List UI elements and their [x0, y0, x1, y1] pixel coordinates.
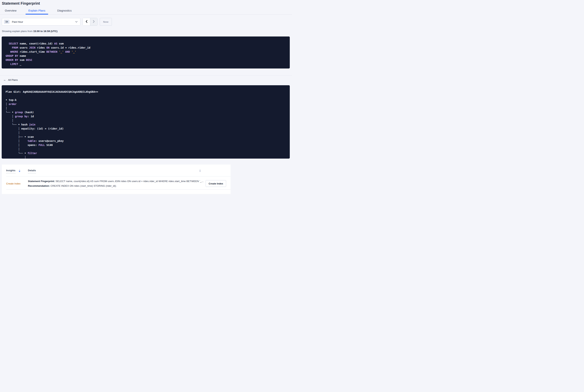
showing-range-text: Showing explain plans from 15:00 to 16:5… [2, 30, 57, 32]
action-cell: Create Index [206, 180, 231, 187]
row-divider [6, 190, 231, 190]
time-prev-button[interactable] [83, 18, 90, 26]
tab-diagnostics[interactable]: Diagnostics [54, 8, 75, 14]
sort-down-triangle [199, 171, 201, 172]
time-range-badge: 1h [4, 20, 9, 24]
sort-icon-insights[interactable] [19, 170, 20, 172]
chevron-down-icon [75, 21, 78, 23]
insights-table: Insights Details Create Index Statement … [2, 164, 231, 194]
chevron-left-icon [85, 20, 88, 24]
time-next-button[interactable] [90, 18, 97, 26]
insight-type-link[interactable]: Create Index [6, 182, 28, 185]
plan-gist-line: Plan Gist: AgHUAQIABQAAAAHYAQIAiAEAAAADC… [5, 90, 288, 94]
arrow-left-icon: ← [3, 78, 6, 82]
sort-icon-details[interactable] [199, 170, 201, 173]
all-plans-label: All Plans [8, 78, 18, 81]
insights-header-label[interactable]: Insights [6, 169, 15, 173]
insights-table-header: Insights Details [2, 164, 231, 173]
time-nav-group [83, 18, 97, 26]
tab-overview[interactable]: Overview [2, 8, 19, 14]
chevron-right-icon [92, 20, 95, 24]
time-controls: 1h Past Hour Now [2, 18, 112, 26]
sort-up-triangle [199, 170, 201, 170]
sort-down-triangle [19, 171, 20, 172]
page-title: Statement Fingerprint [2, 1, 40, 6]
tab-bar: Overview Explain Plans Diagnostics [0, 8, 292, 14]
sql-statement-block: SELECT name, count(rides.id) AS sum FROM… [2, 36, 290, 68]
column-header-insights: Insights [6, 169, 28, 173]
now-button[interactable]: Now [100, 18, 112, 26]
statement-fingerprint-line: Statement Fingerprint: SELECT name, coun… [28, 179, 206, 184]
time-range-label: Past Hour [12, 20, 23, 23]
sort-up-triangle [19, 170, 20, 170]
plan-tree: • top-k│ order│└── • group (hash) │ grou… [5, 98, 288, 158]
create-index-button[interactable]: Create Index [206, 180, 226, 187]
plan-gist-value: AgHUAQIABQAAAAHYAQIAiAEAAAADCQACAgAABQIL… [23, 90, 98, 93]
showing-range-value: 15:00 to 16:59 (UTC) [33, 30, 57, 32]
all-plans-back-link[interactable]: ← All Plans [3, 78, 18, 82]
time-range-dropdown[interactable]: 1h Past Hour [2, 18, 80, 26]
recommendation-line: Recommendation: CREATE INDEX ON rides (s… [28, 184, 206, 188]
column-header-details: Details [28, 169, 231, 173]
plan-gist-block: Plan Gist: AgHUAQIABQAAAAHYAQIAiAEAAAADC… [2, 85, 290, 158]
tab-explain-plans[interactable]: Explain Plans [25, 8, 48, 14]
table-row: Create Index Statement Fingerprint: SELE… [2, 176, 231, 188]
insight-details: Statement Fingerprint: SELECT name, coun… [28, 179, 206, 188]
details-header-label[interactable]: Details [28, 169, 36, 173]
